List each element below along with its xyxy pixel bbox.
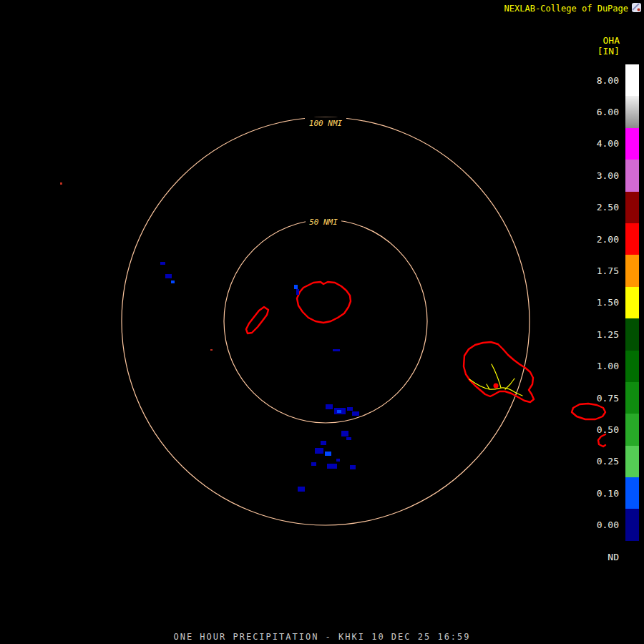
road-pali <box>505 379 514 389</box>
legend-swatch <box>625 160 639 191</box>
legend-level-2.00: 2.00 <box>585 223 639 255</box>
radar-screen: 100 NMI 50 NMI <box>0 0 644 644</box>
legend-swatch <box>625 351 639 382</box>
legend-label: 6.00 <box>585 107 625 117</box>
precip-echo <box>298 487 305 492</box>
precip-echo <box>341 431 348 436</box>
legend-swatch <box>625 64 639 96</box>
legend-level-6.00: 6.00 <box>585 96 639 127</box>
precip-echo <box>336 459 340 462</box>
range-ring-50nmi <box>224 220 427 423</box>
legend-level-0.75: 0.75 <box>585 382 639 414</box>
legend-swatch <box>625 255 639 286</box>
legend-swatch <box>625 509 639 540</box>
legend-label: 1.00 <box>585 361 625 371</box>
legend-colorbar: 8.006.004.003.002.502.001.751.501.251.00… <box>585 64 639 572</box>
precip-echo <box>321 441 326 445</box>
legend-label: 0.00 <box>585 519 625 530</box>
legend-label: ND <box>585 552 625 562</box>
legend-unit: [IN] <box>597 46 620 57</box>
outer-ring-label: 100 NMI <box>309 119 343 128</box>
precip-echo <box>296 289 299 295</box>
precip-echo <box>352 411 359 416</box>
legend-level-3.00: 3.00 <box>585 160 639 191</box>
legend-label: 0.25 <box>585 456 625 467</box>
oahu-roads <box>469 364 522 396</box>
footer-caption: ONE HOUR PRECIPITATION - KHKI 10 DEC 25 … <box>0 632 644 642</box>
legend-level-1.50: 1.50 <box>585 287 639 318</box>
speck <box>60 182 62 185</box>
precip-echo <box>346 437 351 440</box>
legend-label: 2.00 <box>585 234 625 245</box>
legend-level-0.25: 0.25 <box>585 446 639 477</box>
legend-level-0.10: 0.10 <box>585 477 639 509</box>
legend-label: 1.50 <box>585 297 625 308</box>
precip-echo <box>347 407 353 411</box>
precip-echo <box>325 452 331 456</box>
legend-swatch <box>625 318 639 350</box>
kauai-outline <box>297 282 351 323</box>
map-specks <box>60 182 213 351</box>
precip-echo <box>165 274 172 278</box>
legend-level-1.75: 1.75 <box>585 255 639 286</box>
legend-label: 0.10 <box>585 488 625 499</box>
legend-label: 1.75 <box>585 265 625 276</box>
precip-echo <box>311 462 316 466</box>
legend-label: 1.25 <box>585 329 625 340</box>
legend-swatch <box>625 446 639 477</box>
legend-label: 2.50 <box>585 202 625 213</box>
legend-swatch <box>625 382 639 414</box>
range-rings: 100 NMI 50 NMI <box>122 117 530 525</box>
niihau-outline <box>246 307 268 333</box>
heavy-precip-echo <box>494 384 499 389</box>
radar-map: 100 NMI 50 NMI <box>0 0 644 644</box>
legend-swatch <box>625 128 639 160</box>
legend-swatch <box>625 287 639 318</box>
precip-echo <box>326 404 333 409</box>
precip-echo <box>333 349 340 351</box>
speck <box>210 349 213 351</box>
precip-echo <box>337 410 341 413</box>
precip-echo <box>327 464 337 469</box>
legend-header: OHA [IN] <box>597 35 620 57</box>
precip-echo <box>350 465 356 469</box>
legend-swatch <box>625 96 639 127</box>
legend-level-8.00: 8.00 <box>585 64 639 96</box>
precip-echo <box>294 285 298 289</box>
legend-level-1.00: 1.00 <box>585 351 639 382</box>
legend-level-ND: ND <box>585 541 639 572</box>
range-ring-100nmi <box>122 117 530 525</box>
legend-swatch <box>625 414 639 445</box>
legend-swatch <box>625 541 639 572</box>
legend-level-4.00: 4.00 <box>585 128 639 160</box>
inner-ring-label: 50 NMI <box>309 218 338 227</box>
legend-level-2.50: 2.50 <box>585 192 639 223</box>
legend-title: OHA <box>597 35 620 46</box>
precip-echo <box>171 280 175 283</box>
legend-label: 8.00 <box>585 75 625 86</box>
legend-level-0.00: 0.00 <box>585 509 639 540</box>
legend-level-0.50: 0.50 <box>585 414 639 445</box>
legend-label: 4.00 <box>585 138 625 149</box>
legend-swatch <box>625 477 639 509</box>
legend-label: 0.75 <box>585 393 625 404</box>
legend-label: 0.50 <box>585 424 625 435</box>
legend-level-1.25: 1.25 <box>585 318 639 350</box>
precip-echoes <box>160 262 499 492</box>
legend-swatch <box>625 223 639 255</box>
nexlab-logo-icon <box>631 2 642 13</box>
legend-swatch <box>625 192 639 223</box>
precip-echo <box>160 262 165 265</box>
header-title: NEXLAB-College of DuPage <box>504 4 628 14</box>
precip-echo <box>315 448 323 454</box>
legend-label: 3.00 <box>585 170 625 181</box>
